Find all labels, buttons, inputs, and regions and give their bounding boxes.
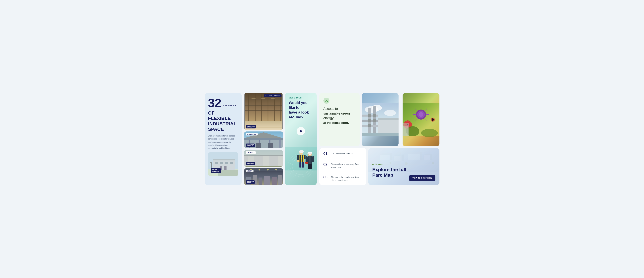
svg-rect-104: [368, 124, 371, 127]
hectares-unit: HECTARES: [223, 104, 236, 107]
svg-rect-4: [213, 159, 235, 160]
svg-rect-103: [368, 119, 371, 122]
svg-rect-89: [308, 164, 310, 169]
svg-rect-22: [261, 93, 262, 122]
svg-rect-47: [263, 156, 270, 167]
svg-rect-77: [304, 155, 306, 159]
our-site-label: OUR SITE: [372, 164, 436, 165]
svg-rect-106: [373, 119, 376, 122]
green-energy-card: Access to sustainable green energy at no…: [320, 93, 360, 146]
svg-rect-85: [309, 156, 310, 164]
svg-rect-165: [408, 154, 420, 160]
feature-number-3: 03: [324, 175, 328, 179]
svg-rect-90: [310, 164, 312, 169]
svg-rect-74: [300, 155, 301, 162]
features-list-card: 01 2 x 2.1MW wind turbines 02 Steam & he…: [320, 148, 366, 185]
svg-rect-83: [307, 153, 312, 154]
svg-rect-21: [255, 93, 256, 122]
right-panel: Access to sustainable green energy at no…: [320, 93, 440, 185]
svg-rect-15: [233, 172, 236, 172]
feature-text-2: Steam & heat from energy from waste plan…: [331, 162, 362, 169]
svg-rect-46: [255, 156, 262, 167]
svg-point-62: [275, 169, 277, 171]
svg-rect-29: [252, 98, 256, 99]
svg-rect-154: [404, 126, 408, 136]
cavendish-label: CAVENDISH: [246, 133, 258, 135]
svg-point-94: [384, 110, 396, 116]
feature-number-1: 01: [324, 152, 328, 156]
svg-rect-50: [244, 166, 283, 167]
svg-point-61: [267, 169, 268, 171]
feature-text-3: Planned solar panel array & on-site ener…: [331, 175, 362, 182]
svg-rect-86: [306, 156, 307, 162]
svg-rect-167: [420, 152, 422, 160]
parc-map-card: OUR SITE Explore the full Parc Map VIEW …: [368, 148, 440, 185]
volta-unit: SQM: [251, 181, 254, 182]
svg-rect-56: [272, 177, 277, 185]
view-map-button[interactable]: VIEW THE MAP NOW: [409, 175, 435, 181]
feature-number-2: 02: [324, 162, 328, 166]
svg-rect-76: [297, 155, 299, 160]
svg-rect-48: [270, 156, 277, 167]
derivaz-card[interactable]: DE-RIVAZ 7,500SQM: [244, 150, 283, 167]
svg-rect-159: [380, 155, 390, 160]
svg-rect-161: [390, 153, 392, 160]
wildflower-illustration: [402, 93, 440, 146]
svg-rect-6: [220, 162, 223, 164]
telkes-foote-unit: SQM: [252, 126, 255, 127]
svg-point-60: [258, 169, 260, 171]
video-tour-card[interactable]: VIDEO TOUR Would you like to have a look…: [285, 93, 317, 185]
parc-map-underline: [372, 180, 382, 180]
svg-rect-75: [302, 155, 303, 162]
derivaz-unit: SQM: [251, 163, 254, 164]
telkes-foote-card[interactable]: TELKES & FOOTE 10,000SQM: [244, 93, 283, 130]
hopper-unit: SQM: [216, 171, 220, 173]
video-card-content: VIDEO TOUR Would you like to have a look…: [285, 93, 317, 127]
svg-rect-12: [210, 162, 212, 163]
svg-point-78: [296, 160, 299, 162]
hectares-card: 32 HECTARES OF FLEXIBLE INDUSTRIAL SPACE…: [205, 93, 242, 185]
svg-rect-10: [224, 166, 226, 170]
hectares-number-row: 32 HECTARES: [208, 97, 238, 109]
leaf-icon: [324, 98, 330, 104]
svg-rect-105: [373, 114, 376, 117]
svg-rect-39: [280, 140, 280, 148]
main-container: 32 HECTARES OF FLEXIBLE INDUSTRIAL SPACE…: [205, 93, 440, 185]
svg-rect-30: [261, 98, 265, 99]
svg-rect-44: [244, 155, 283, 156]
svg-rect-79: [299, 162, 301, 168]
video-play-button[interactable]: [296, 127, 305, 135]
svg-rect-40: [256, 143, 261, 148]
cavendish-card[interactable]: CAVENDISH 8,000SQM: [244, 131, 283, 148]
derivaz-label: DE-RIVAZ: [246, 151, 256, 154]
energy-title: Access to sustainable green energy at no…: [324, 106, 356, 125]
svg-rect-14: [229, 172, 232, 172]
video-workers-area: [285, 140, 317, 185]
middle-panel: TELKES & FOOTE 10,000SQM: [244, 93, 317, 185]
svg-rect-168: [424, 155, 430, 160]
svg-point-152: [421, 129, 438, 137]
svg-rect-70: [299, 152, 304, 152]
video-title: Would you like to have a look around?: [289, 100, 313, 120]
volta-size: 5,500SQM: [246, 180, 255, 184]
svg-rect-5: [215, 162, 218, 164]
svg-rect-41: [268, 143, 273, 148]
volta-card[interactable]: VOLTA 5,500SQM: [244, 168, 283, 185]
svg-rect-96: [378, 118, 398, 120]
svg-rect-80: [302, 162, 304, 168]
svg-rect-107: [362, 133, 398, 136]
feature-text-1: 2 x 2.1MW wind turbines: [331, 152, 353, 155]
left-panel: 32 HECTARES OF FLEXIBLE INDUSTRIAL SPACE…: [205, 93, 242, 185]
energy-highlight: at no extra cost.: [324, 120, 356, 125]
svg-rect-55: [264, 176, 270, 185]
right-top-row: Access to sustainable green energy at no…: [320, 93, 440, 146]
hopper-badge: HOPPER 5,500SQM: [211, 168, 221, 173]
pipes-illustration: [362, 93, 398, 146]
svg-point-88: [305, 162, 308, 164]
svg-rect-49: [278, 156, 283, 167]
flexible-title: OF FLEXIBLE INDUSTRIAL SPACE: [208, 110, 238, 132]
svg-rect-87: [312, 156, 314, 162]
feature-divider-2: [324, 172, 362, 172]
pipes-image: [362, 93, 398, 146]
svg-rect-54: [258, 178, 262, 185]
